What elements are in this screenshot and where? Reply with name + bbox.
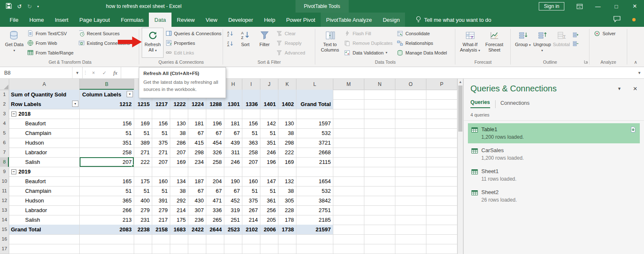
row-header-9[interactable]: 9 — [0, 167, 9, 177]
cell-H14[interactable]: 251 — [224, 215, 242, 225]
cell-H12[interactable]: 452 — [224, 196, 242, 206]
row-header-12[interactable]: 12 — [0, 196, 9, 206]
minimize-icon[interactable]: — — [589, 0, 607, 13]
cell-J4[interactable]: 142 — [260, 119, 278, 129]
consolidate-button[interactable]: Consolidate — [395, 29, 449, 38]
cell-K5[interactable]: 38 — [278, 128, 296, 138]
cell-M16[interactable] — [333, 234, 364, 244]
panel-tab-queries[interactable]: Queries — [470, 99, 490, 108]
cell-D9[interactable] — [152, 167, 170, 177]
cell-F9[interactable] — [188, 167, 206, 177]
cell-B16[interactable] — [80, 234, 134, 244]
row-header-17[interactable]: 17 — [0, 244, 9, 254]
tab-formulas[interactable]: Formulas — [115, 13, 149, 27]
cell-B6[interactable]: 351 — [80, 138, 134, 148]
tab-insert[interactable]: Insert — [49, 13, 74, 27]
cell-K3[interactable] — [278, 109, 296, 119]
queries-connections-button[interactable]: Queries & Connections — [164, 29, 223, 38]
column-header-A[interactable]: A — [9, 79, 80, 90]
cell-B9[interactable] — [80, 167, 134, 177]
cell-K2[interactable]: 1402 — [278, 99, 296, 109]
cell-H7[interactable]: 311 — [224, 148, 242, 158]
cell-K17[interactable] — [278, 244, 296, 254]
cell-O11[interactable] — [395, 186, 426, 196]
cell-I10[interactable]: 160 — [242, 176, 260, 187]
cell-A2[interactable]: Row Labels▼ — [9, 99, 80, 109]
cell-G4[interactable]: 196 — [206, 119, 224, 129]
cell-L15[interactable]: 21597 — [296, 225, 333, 235]
cell-I8[interactable]: 207 — [242, 157, 260, 167]
cell-A4[interactable]: Beaufort — [9, 119, 80, 129]
cell-P8[interactable] — [426, 157, 457, 167]
column-header-J[interactable]: J — [260, 79, 278, 90]
cell-J11[interactable]: 51 — [260, 186, 278, 196]
cell-L6[interactable]: 3721 — [296, 138, 333, 148]
cell-I7[interactable]: 258 — [242, 148, 260, 158]
cell-O7[interactable] — [395, 148, 426, 158]
cell-M2[interactable] — [333, 99, 364, 109]
cell-M5[interactable] — [333, 128, 364, 138]
edit-links-button[interactable]: Edit Links — [164, 48, 223, 57]
cell-M3[interactable] — [333, 109, 364, 119]
cell-M4[interactable] — [333, 119, 364, 129]
cell-P7[interactable] — [426, 148, 457, 158]
hide-detail-button[interactable] — [571, 39, 580, 48]
cell-O5[interactable] — [395, 128, 426, 138]
cell-O3[interactable] — [395, 109, 426, 119]
cell-A11[interactable]: Champlain — [9, 186, 80, 196]
cell-I11[interactable]: 51 — [242, 186, 260, 196]
save-icon[interactable] — [6, 3, 12, 10]
cell-M17[interactable] — [333, 244, 364, 254]
cell-M14[interactable] — [333, 215, 364, 225]
cell-P2[interactable] — [426, 99, 457, 109]
cell-P5[interactable] — [426, 128, 457, 138]
ungroup-button[interactable]: Ungroup ▾ — [532, 28, 552, 58]
cell-J6[interactable]: 351 — [260, 138, 278, 148]
column-header-K[interactable]: K — [278, 79, 296, 90]
cell-M10[interactable] — [333, 176, 364, 187]
name-box[interactable]: B8 ▼ — [0, 67, 82, 78]
what-if-analysis-button[interactable]: ? What-If Analysis ▾ — [458, 28, 482, 58]
cell-K1[interactable] — [278, 90, 296, 100]
cell-J10[interactable]: 147 — [260, 176, 278, 187]
cell-K6[interactable]: 298 — [278, 138, 296, 148]
cell-B4[interactable]: 156 — [80, 119, 134, 129]
cell-G3[interactable] — [206, 109, 224, 119]
cell-P1[interactable] — [426, 90, 457, 100]
cell-N17[interactable] — [364, 244, 395, 254]
row-header-5[interactable]: 5 — [0, 128, 9, 138]
cell-N2[interactable] — [364, 99, 395, 109]
cell-I14[interactable]: 214 — [242, 215, 260, 225]
cell-M8[interactable] — [333, 157, 364, 167]
cell-B13[interactable]: 266 — [80, 205, 134, 215]
tab-help[interactable]: Help — [259, 13, 281, 27]
column-header-H[interactable]: H — [224, 79, 242, 90]
cell-C13[interactable]: 279 — [134, 205, 152, 215]
cell-G9[interactable] — [206, 167, 224, 177]
cell-P14[interactable] — [426, 215, 457, 225]
cell-J13[interactable]: 256 — [260, 205, 278, 215]
cell-E11[interactable]: 38 — [170, 186, 188, 196]
cell-C6[interactable]: 389 — [134, 138, 152, 148]
cell-P3[interactable] — [426, 109, 457, 119]
cell-H15[interactable]: 2523 — [224, 225, 242, 235]
cell-F11[interactable]: 67 — [188, 186, 206, 196]
cell-L13[interactable]: 2751 — [296, 205, 333, 215]
cell-E5[interactable]: 38 — [170, 128, 188, 138]
name-box-caret-icon[interactable]: ▼ — [72, 67, 82, 78]
column-header-B[interactable]: B — [80, 79, 134, 90]
cell-O12[interactable] — [395, 196, 426, 206]
cell-O4[interactable] — [395, 119, 426, 129]
properties-button[interactable]: Properties — [164, 38, 223, 48]
query-item-table1[interactable]: Table1 1,200 rows loaded. — [468, 123, 640, 143]
cell-P12[interactable] — [426, 196, 457, 206]
tab-review[interactable]: Review — [171, 13, 200, 27]
cell-E17[interactable] — [170, 244, 188, 254]
formula-bar-expand-icon[interactable]: ▼ — [635, 67, 644, 78]
cell-B14[interactable]: 213 — [80, 215, 134, 225]
cell-H8[interactable]: 246 — [224, 157, 242, 167]
sign-in-button[interactable]: Sign in — [539, 2, 564, 10]
cell-I15[interactable]: 2102 — [242, 225, 260, 235]
cell-A15[interactable]: Grand Total — [9, 225, 80, 235]
cell-A17[interactable] — [9, 244, 80, 254]
